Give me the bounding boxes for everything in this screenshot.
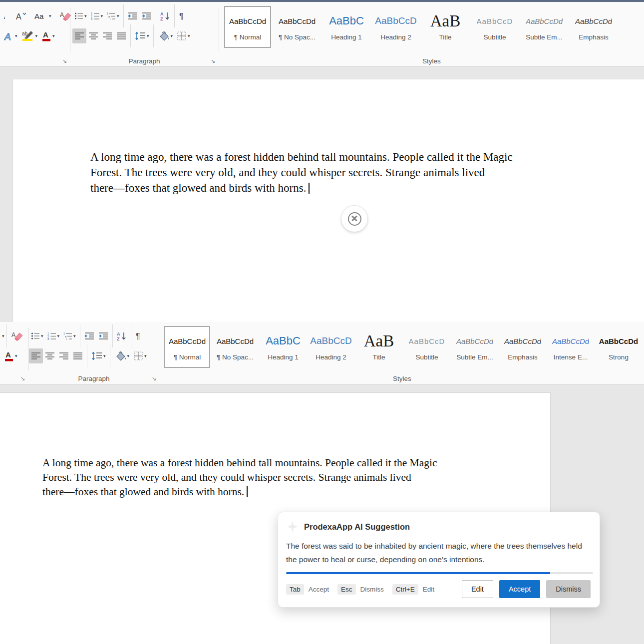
bullet-list-button[interactable]: ▾ xyxy=(29,328,45,343)
decrease-indent-button[interactable] xyxy=(126,8,140,23)
style-chip-heading2[interactable]: AaBbCcD Heading 2 xyxy=(308,326,354,368)
sort-button[interactable]: AZ xyxy=(115,328,129,343)
numbered-list-button[interactable]: 123 ▾ xyxy=(89,8,105,23)
style-chip-emphasis[interactable]: AaBbCcDd Emphasis xyxy=(570,6,617,48)
style-chip-normal[interactable]: AaBbCcDd ¶ Normal xyxy=(224,6,271,48)
esc-key-hint: Esc xyxy=(337,584,356,595)
justify-button[interactable] xyxy=(114,28,128,43)
document-page-1[interactable]: A long time ago, there was a forest hidd… xyxy=(12,79,644,322)
line-spacing-button[interactable]: ▾ xyxy=(89,348,108,363)
styles-group-label: Styles xyxy=(219,57,644,65)
decrease-indent-button[interactable] xyxy=(82,328,96,343)
style-chip-no-spacing[interactable]: AaBbCcDd ¶ No Spac... xyxy=(212,326,258,368)
auto-scroll-anchor-icon[interactable] xyxy=(341,205,368,232)
style-sample: AaBbCcDd xyxy=(217,330,254,352)
align-right-button[interactable] xyxy=(57,348,71,363)
style-chip-title[interactable]: AaB Title xyxy=(422,6,469,48)
font-dialog-launcher[interactable]: ↘ xyxy=(62,58,67,64)
style-sample: AaBbCcD xyxy=(409,330,445,352)
align-center-button[interactable] xyxy=(86,28,100,43)
sort-button[interactable]: AZ xyxy=(158,8,172,23)
chevron-down-icon: ▾ xyxy=(117,14,119,18)
shading-button[interactable]: ▾ xyxy=(156,28,175,43)
style-label: ¶ No Spac... xyxy=(217,353,254,361)
style-chip-no-spacing[interactable]: AaBbCcDd ¶ No Spac... xyxy=(274,6,321,48)
clear-formatting-button[interactable]: A xyxy=(9,328,25,343)
borders-button[interactable]: ▾ xyxy=(131,348,149,363)
style-sample: AaBbCcDd xyxy=(279,10,316,32)
chevron-down-icon: ▾ xyxy=(73,334,76,338)
paint-bucket-icon xyxy=(158,31,170,41)
font-color-button[interactable]: A ▾ xyxy=(2,348,19,363)
styles-group: AaBbCcDd ¶ Normal AaBbCcDd ¶ No Spac... … xyxy=(160,322,644,384)
chevron-down-icon: ▾ xyxy=(52,34,55,38)
shading-button[interactable]: ▾ xyxy=(112,348,132,363)
style-chip-subtle-emphasis[interactable]: AaBbCcDd Subtle Em... xyxy=(521,6,568,48)
style-chip-subtle-emphasis[interactable]: AaBbCcDd Subtle Em... xyxy=(452,326,498,368)
style-chip-emphasis[interactable]: AaBbCcDd Emphasis xyxy=(500,326,546,368)
show-paragraph-marks-button[interactable]: ¶ xyxy=(177,8,189,23)
borders-icon xyxy=(177,31,187,41)
style-chip-title[interactable]: AaB Title xyxy=(356,326,402,368)
numbered-list-icon: 123 xyxy=(91,11,100,20)
multilevel-list-button[interactable]: 1ai ▾ xyxy=(61,328,78,343)
increase-indent-button[interactable] xyxy=(96,328,110,343)
numbered-list-button[interactable]: 123 ▾ xyxy=(45,328,62,343)
ai-suggestion-popup: ProdexaApp AI Suggestion The forest was … xyxy=(278,512,600,608)
style-label: Subtle Em... xyxy=(456,353,493,361)
shrink-font-button[interactable]: A xyxy=(2,8,13,23)
font-color-button[interactable]: A ▾ xyxy=(39,28,57,43)
style-chip-subtitle[interactable]: AaBbCcD Subtitle xyxy=(471,6,518,48)
align-right-icon xyxy=(59,352,69,360)
ribbon-bottom: ▾ A A ▾ ↘ xyxy=(0,322,644,384)
style-label: Subtitle xyxy=(483,33,506,41)
align-center-button[interactable] xyxy=(43,348,57,363)
svg-text:A: A xyxy=(4,12,5,20)
change-case-button[interactable]: Aa ▾ xyxy=(32,8,53,23)
style-sample: AaBbCcDd xyxy=(169,330,206,352)
grow-font-button[interactable]: A xyxy=(13,8,28,23)
style-sample: AaBbCcD xyxy=(477,10,513,32)
paint-bucket-icon xyxy=(114,351,126,361)
style-chip-strong[interactable]: AaBbCcDd Strong xyxy=(596,326,642,368)
style-label: Subtitle xyxy=(415,353,438,361)
line-spacing-button[interactable]: ▾ xyxy=(133,28,151,43)
edit-button[interactable]: Edit xyxy=(462,580,493,598)
paragraph-group-label: Paragraph xyxy=(28,375,159,382)
paragraph-dialog-launcher[interactable]: ↘ xyxy=(211,58,215,64)
show-paragraph-marks-button[interactable]: ¶ xyxy=(133,328,145,343)
chevron-down-icon: ▾ xyxy=(15,34,17,38)
style-chip-heading1[interactable]: AaBbC Heading 1 xyxy=(323,6,370,48)
bullet-list-button[interactable]: ▾ xyxy=(72,8,89,23)
style-sample: AaBbCcDd xyxy=(456,330,493,352)
style-chip-heading2[interactable]: AaBbCcD Heading 2 xyxy=(372,6,419,48)
style-label: Heading 2 xyxy=(316,353,346,361)
font-size-a-icon: A xyxy=(4,8,11,23)
justify-button[interactable] xyxy=(71,348,85,363)
chevron-down-icon: ▾ xyxy=(84,14,87,18)
style-sample: AaB xyxy=(430,10,461,32)
style-sample: AaBbCcDd xyxy=(599,330,638,352)
align-left-button[interactable] xyxy=(72,28,86,43)
accept-button[interactable]: Accept xyxy=(499,580,540,598)
borders-button[interactable]: ▾ xyxy=(175,28,192,43)
style-chip-subtitle[interactable]: AaBbCcD Subtitle xyxy=(404,326,450,368)
chevron-down-icon: ▾ xyxy=(171,34,173,38)
multilevel-list-button[interactable]: 1ai ▾ xyxy=(105,8,121,23)
increase-indent-button[interactable] xyxy=(140,8,154,23)
style-chip-heading1[interactable]: AaBbC Heading 1 xyxy=(260,326,306,368)
text-highlight-button[interactable]: ab ▾ xyxy=(19,28,40,43)
chevron-down-icon: ▾ xyxy=(147,34,149,38)
font-dialog-launcher[interactable]: ↘ xyxy=(20,375,25,382)
style-chip-intense-emphasis[interactable]: AaBbCcDd Intense E... xyxy=(548,326,594,368)
style-label: Intense E... xyxy=(554,353,588,361)
text-effects-button[interactable]: A ▾ xyxy=(2,28,19,43)
app-window: A A Aa ▾ A xyxy=(0,0,644,644)
align-left-button[interactable] xyxy=(29,348,43,363)
dismiss-button[interactable]: Dismiss xyxy=(546,580,591,598)
align-right-button[interactable] xyxy=(100,28,114,43)
paragraph-dialog-launcher[interactable]: ↘ xyxy=(152,375,156,382)
style-chip-normal[interactable]: AaBbCcDd ¶ Normal xyxy=(164,326,210,368)
paragraph-group-label: Paragraph xyxy=(70,57,218,65)
style-label: Subtle Em... xyxy=(526,33,563,41)
